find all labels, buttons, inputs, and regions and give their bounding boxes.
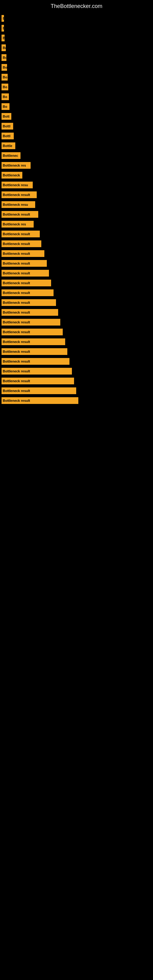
bar: Bottleneck res: [2, 221, 33, 228]
bar-label: Bottleneck result: [3, 330, 30, 334]
bar-row: Bottleneck result: [2, 308, 150, 317]
bar-row: Bottleneck result: [2, 318, 150, 326]
bar-label: Bottleneck result: [3, 261, 30, 265]
bar-row: Bottleneck result: [2, 347, 150, 356]
bar-label: Bottl: [3, 134, 10, 138]
bar: Bottleneck result: [2, 280, 51, 286]
bar-row: Bottleneck result: [2, 396, 150, 405]
bar: Bo: [2, 45, 6, 51]
bar-row: Bottleneck resu: [2, 200, 150, 209]
bar-row: B: [2, 34, 150, 42]
bar: B: [2, 15, 4, 22]
bar-row: Bottleneck result: [2, 337, 150, 346]
bar-row: Bottleneck resu: [2, 181, 150, 189]
bar-label: Bottleneck result: [3, 291, 30, 294]
bar-row: Bo: [2, 102, 150, 111]
bar-row: Bottleneck result: [2, 249, 150, 258]
bar: Bottleneck result: [2, 358, 70, 365]
bar-row: Bottleneck result: [2, 210, 150, 219]
bar: Bottleneck result: [2, 240, 41, 247]
bar: Bottleneck: [2, 172, 22, 178]
bar: Bottleneck result: [2, 250, 45, 257]
bar-row: Bottleneck result: [2, 387, 150, 395]
bar-label: Bottleneck: [3, 173, 20, 177]
bar-row: Bottleneck result: [2, 269, 150, 277]
bar: B: [2, 25, 4, 32]
bar-row: Bottleneck result: [2, 328, 150, 336]
bar-label: Bott: [3, 115, 10, 118]
bar-label: Bottleneck result: [3, 213, 30, 216]
bar-label: Bottleneck res: [3, 164, 26, 167]
bar: Bottleneck result: [2, 299, 56, 306]
bar-label: Bottleneck result: [3, 232, 30, 236]
bar-row: Bo: [2, 83, 150, 91]
bar-row: Bottle: [2, 142, 150, 150]
bar-label: Bottl: [3, 124, 10, 128]
bar: Bottleneck result: [2, 260, 47, 267]
bar-label: B: [3, 16, 4, 20]
bar: Bottleneck result: [2, 319, 60, 326]
bar: B: [2, 35, 5, 41]
bar: Bottl: [2, 133, 14, 139]
bar-label: Bottleneck result: [3, 310, 30, 314]
bar-label: Bo: [3, 105, 7, 108]
bar-label: B: [3, 26, 4, 30]
bar-row: Bo: [2, 53, 150, 62]
bars-container: BBBBoBoBoBoBoBoBoBottBottlBottlBottleBot…: [0, 11, 153, 409]
bar: Bottleneck resu: [2, 201, 35, 208]
bar-row: Bottl: [2, 122, 150, 130]
bar-label: Bottleneck result: [3, 281, 30, 285]
bar: Bottleneck result: [2, 397, 78, 404]
bar-label: Bottleneck result: [3, 350, 30, 353]
bar: Bo: [2, 84, 8, 90]
bar: Bottleneck result: [2, 368, 72, 375]
bar: Bottle: [2, 142, 15, 149]
bar-row: Bottleneck result: [2, 288, 150, 297]
bar-row: Bottleneck res: [2, 220, 150, 229]
bar-label: Bottleneck result: [3, 340, 30, 344]
bar-row: Bottleneck result: [2, 240, 150, 248]
bar: Bo: [2, 103, 10, 110]
bar-row: Bottleneck result: [2, 357, 150, 366]
bar-label: Bottleneck result: [3, 301, 30, 304]
bar-label: Bottleneck res: [3, 222, 26, 226]
bar: Bottl: [2, 123, 13, 130]
bar-row: Bottl: [2, 132, 150, 140]
bar: Bott: [2, 113, 11, 120]
bar-label: Bottleneck resu: [3, 183, 28, 187]
bar: Bottleneck resu: [2, 181, 33, 188]
bar-label: Bottleneck result: [3, 242, 30, 246]
bar-row: Bottleneck result: [2, 230, 150, 238]
bar-row: Bottleneck res: [2, 161, 150, 170]
bar-label: Bottleneck result: [3, 399, 30, 402]
bar-label: Bo: [3, 46, 6, 49]
bar-label: Bottleneck result: [3, 379, 30, 383]
site-title: TheBottlenecker.com: [0, 0, 153, 11]
bar: Bottleneck result: [2, 290, 54, 296]
bar: Bo: [2, 54, 6, 61]
bar: Bo: [2, 64, 7, 71]
bar-label: Bo: [3, 65, 7, 69]
bar-row: Bo: [2, 92, 150, 101]
bar: Bottleneck result: [2, 191, 37, 198]
bar-row: Bottleneck result: [2, 259, 150, 268]
bar: Bottleneck result: [2, 231, 40, 237]
bar: Bottleneck result: [2, 211, 38, 218]
bar-label: Bottlenec: [3, 154, 18, 158]
bar: Bottleneck result: [2, 339, 65, 345]
bar: Bo: [2, 74, 8, 81]
bar: Bottleneck result: [2, 309, 58, 316]
bar-row: Bottlenec: [2, 151, 150, 160]
bar: Bottleneck res: [2, 162, 30, 169]
bar-label: Bottleneck result: [3, 360, 30, 363]
bar-label: Bottleneck result: [3, 320, 30, 324]
bar-label: Bottleneck result: [3, 271, 30, 275]
bar: Bottleneck result: [2, 378, 74, 384]
bar-label: Bottleneck result: [3, 389, 30, 393]
bar-row: Bottleneck result: [2, 377, 150, 385]
bar-row: B: [2, 14, 150, 23]
bar-label: Bo: [3, 85, 7, 89]
bar-label: Bottleneck resu: [3, 203, 28, 207]
bar: Bottleneck result: [2, 348, 67, 355]
bar-label: Bo: [3, 75, 7, 79]
